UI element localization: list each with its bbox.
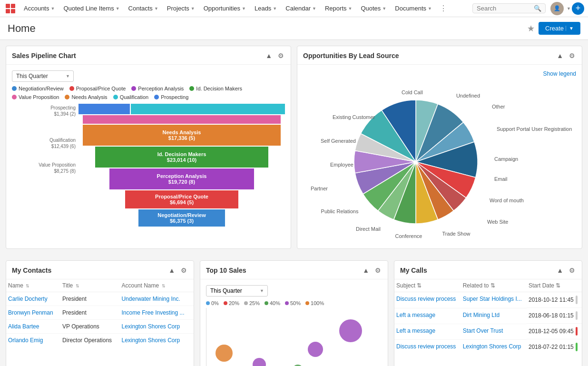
nav-calendar[interactable]: Calendar ▼ bbox=[282, 3, 320, 14]
calls-table: Subject ⇅ Related to ⇅ Start Date ⇅ Disc… bbox=[394, 279, 582, 355]
show-legend-button[interactable]: Show legend bbox=[303, 70, 576, 77]
legend-25pct: 25% bbox=[244, 300, 260, 306]
label-qualification: Qualification$12,439 (6) bbox=[12, 137, 76, 149]
table-row: Discuss review process Super Star Holdin… bbox=[394, 292, 582, 308]
legend-negotiation: Negotiation/Review bbox=[12, 86, 64, 91]
segment-id-decision: Id. Decision Makers $23,014 (10) bbox=[95, 147, 269, 168]
label-prospecting: Prospecting$1,394 (2) bbox=[12, 105, 76, 117]
call-date-cell: 2018-12-05 09:45 bbox=[527, 324, 582, 339]
call-subject-cell: Discuss review process bbox=[394, 292, 461, 308]
nav-quotes[interactable]: Quotes ▼ bbox=[357, 3, 390, 14]
collapse-button[interactable]: ▲ bbox=[556, 266, 564, 275]
call-related-link[interactable]: Super Star Holdings I... bbox=[463, 296, 522, 302]
sort-icon: ⇅ bbox=[26, 284, 29, 288]
nav-quoted-line-items[interactable]: Quoted Line Items ▼ bbox=[59, 3, 123, 14]
call-related-link[interactable]: Dirt Mining Ltd bbox=[463, 312, 500, 318]
collapse-button[interactable]: ▲ bbox=[265, 51, 273, 60]
contact-account-link[interactable]: Lexington Shores Corp bbox=[121, 337, 180, 344]
collapse-button[interactable]: ▲ bbox=[362, 266, 370, 275]
create-dropdown-icon[interactable]: ▼ bbox=[566, 26, 574, 31]
call-related-link[interactable]: Lexington Shores Corp bbox=[463, 343, 521, 350]
legend-id-decision: Id. Decision Makers bbox=[189, 86, 242, 91]
page-header: Home ★ Create ▼ bbox=[0, 17, 588, 40]
header-actions: ★ Create ▼ bbox=[527, 22, 580, 35]
call-subject-link[interactable]: Left a message bbox=[396, 327, 435, 334]
widget-controls: ▲ ⚙ bbox=[362, 266, 382, 275]
settings-button[interactable]: ⚙ bbox=[568, 51, 576, 60]
col-related[interactable]: Related to ⇅ bbox=[461, 279, 527, 292]
add-button[interactable]: + bbox=[572, 2, 584, 15]
col-name[interactable]: Name ⇅ bbox=[6, 279, 60, 292]
contact-account-link[interactable]: Lexington Shores Corp bbox=[121, 323, 180, 330]
settings-button[interactable]: ⚙ bbox=[277, 51, 285, 60]
legend-dot bbox=[113, 95, 118, 99]
contact-account-link[interactable]: Underwater Mining Inc. bbox=[121, 296, 180, 302]
search-icon[interactable]: 🔍 bbox=[534, 5, 541, 12]
call-related-cell: Super Star Holdings I... bbox=[461, 292, 527, 308]
sort-icon: ⇅ bbox=[162, 284, 166, 288]
contact-name-link[interactable]: Bronwyn Penman bbox=[8, 309, 53, 316]
search-bar: 🔍 bbox=[472, 3, 546, 13]
legend-dot bbox=[65, 95, 69, 99]
call-subject-link[interactable]: Discuss review process bbox=[396, 296, 456, 302]
sales-pipeline-widget: Sales Pipeline Chart ▲ ⚙ This Quarter La… bbox=[6, 46, 291, 249]
nav-documents[interactable]: Documents ▼ bbox=[391, 3, 436, 14]
legend-perception: Perception Analysis bbox=[131, 86, 184, 91]
chevron-down-icon: ▼ bbox=[154, 6, 158, 11]
call-date-cell: 2018-07-22 01:15 bbox=[527, 339, 582, 355]
nav-leads[interactable]: Leads ▼ bbox=[251, 3, 281, 14]
segment-needs-analysis: Needs Analysis $17,336 (5) bbox=[83, 125, 281, 146]
avatar-dropdown-icon[interactable]: ▼ bbox=[567, 6, 571, 11]
avatar[interactable]: 👤 bbox=[550, 2, 564, 15]
col-title[interactable]: Title ⇅ bbox=[60, 279, 119, 292]
bubble bbox=[253, 358, 266, 366]
bubble-chart bbox=[206, 308, 382, 366]
create-button[interactable]: Create ▼ bbox=[539, 22, 580, 35]
search-input[interactable] bbox=[477, 5, 534, 12]
sales-pipeline-body: This Quarter Last Quarter This Year Nego… bbox=[6, 65, 291, 232]
pipeline-filter-select[interactable]: This Quarter Last Quarter This Year bbox=[12, 70, 74, 82]
legend-qualification: Qualification bbox=[113, 94, 149, 100]
nav-more-button[interactable]: ⋮ bbox=[437, 2, 450, 15]
col-account[interactable]: Account Name ⇅ bbox=[119, 279, 194, 292]
contact-title-cell: President bbox=[60, 292, 119, 306]
widget-controls: ▲ ⚙ bbox=[167, 266, 188, 275]
call-subject-link[interactable]: Discuss review process bbox=[396, 343, 456, 350]
call-related-cell: Start Over Trust bbox=[461, 324, 527, 339]
nav-contacts[interactable]: Contacts ▼ bbox=[125, 3, 162, 14]
favorite-button[interactable]: ★ bbox=[527, 23, 535, 34]
call-subject-link[interactable]: Left a message bbox=[396, 312, 435, 318]
col-start-date[interactable]: Start Date ⇅ bbox=[527, 279, 582, 292]
settings-button[interactable]: ⚙ bbox=[180, 266, 188, 275]
opportunities-header: Opportunities By Lead Source ▲ ⚙ bbox=[297, 46, 582, 65]
settings-button[interactable]: ⚙ bbox=[374, 266, 382, 275]
svg-text:Self Generated: Self Generated bbox=[321, 138, 356, 144]
contact-account-link[interactable]: Income Free Investing ... bbox=[121, 309, 184, 316]
collapse-button[interactable]: ▲ bbox=[167, 266, 176, 275]
sales-filter-select[interactable]: This Quarter Last Quarter This Year bbox=[206, 285, 268, 297]
nav-projects[interactable]: Projects ▼ bbox=[163, 3, 199, 14]
nav-accounts[interactable]: Accounts ▼ bbox=[20, 3, 59, 14]
chevron-down-icon: ▼ bbox=[382, 6, 386, 11]
widget-controls: ▲ ⚙ bbox=[265, 51, 285, 60]
opportunities-body: Show legend Undefined Cold Call Other Su… bbox=[297, 65, 582, 248]
call-related-link[interactable]: Start Over Trust bbox=[463, 327, 503, 334]
funnel-chart-container: Prospecting$1,394 (2) Qualification$12,4… bbox=[12, 104, 285, 227]
settings-button[interactable]: ⚙ bbox=[568, 266, 576, 275]
legend-value-prop: Value Proposition bbox=[12, 94, 59, 100]
app-logo[interactable] bbox=[4, 2, 17, 15]
col-subject[interactable]: Subject ⇅ bbox=[394, 279, 461, 292]
pie-chart-container: Undefined Cold Call Other Support Portal… bbox=[303, 81, 576, 243]
legend-50pct: 50% bbox=[285, 300, 301, 306]
nav-reports[interactable]: Reports ▼ bbox=[321, 3, 356, 14]
legend-dot bbox=[69, 86, 74, 91]
funnel-segments: Needs Analysis $17,336 (5) Id. Decision … bbox=[78, 104, 285, 227]
contact-name-link[interactable]: Carlie Docherty bbox=[8, 296, 48, 302]
contact-name-cell: Bronwyn Penman bbox=[6, 306, 60, 320]
contact-title-cell: VP Operations bbox=[60, 320, 119, 334]
legend-0pct: 0% bbox=[206, 300, 219, 306]
nav-opportunities[interactable]: Opportunities ▼ bbox=[200, 3, 250, 14]
collapse-button[interactable]: ▲ bbox=[556, 51, 564, 60]
contact-name-link[interactable]: Alida Bartee bbox=[8, 323, 39, 330]
contact-name-link[interactable]: Orlando Emig bbox=[8, 337, 43, 344]
